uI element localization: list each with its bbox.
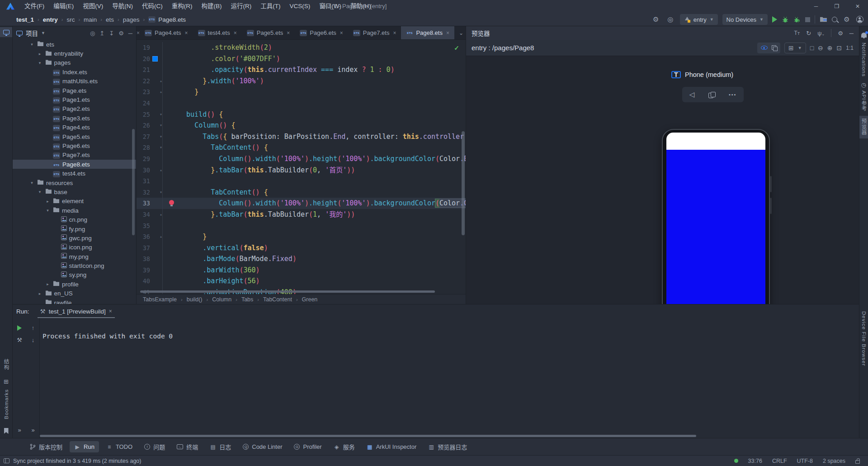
- code-line[interactable]: 38 .barMode(BarMode.Fixed): [137, 253, 466, 265]
- previewer-toolwindow-button[interactable]: 预览器: [859, 116, 868, 138]
- fold-marker-icon[interactable]: ▴: [160, 231, 162, 243]
- tree-item[interactable]: my.png: [13, 252, 136, 261]
- device-file-browser-toolwindow-button[interactable]: Device File Browser: [859, 311, 868, 366]
- breadcrumb-item[interactable]: test_1: [16, 16, 34, 23]
- menu-item[interactable]: VCS(S): [285, 3, 315, 10]
- chevron-collapsed-icon[interactable]: ▸: [45, 199, 51, 204]
- chevron-expanded-icon[interactable]: ▾: [37, 61, 43, 65]
- stop-button[interactable]: [805, 17, 810, 22]
- scroll-up-icon[interactable]: ↑: [32, 324, 35, 331]
- breadcrumb-item[interactable]: main: [84, 16, 97, 23]
- grid-icon[interactable]: ⊞: [0, 378, 12, 385]
- tree-item[interactable]: ETSPage4.ets: [13, 123, 136, 132]
- toolwindow-toggle-icon[interactable]: [4, 458, 9, 463]
- editor-horizontal-scrollbar[interactable]: [140, 290, 435, 293]
- code-line[interactable]: 28▾ TabContent() {: [137, 142, 466, 153]
- chevron-expanded-icon[interactable]: ▾: [37, 190, 43, 194]
- code-line[interactable]: 30▴ }.tabBar(this.TabBuilder(0, '首页')): [137, 165, 466, 176]
- toolwindow-button-todo[interactable]: ≡TODO: [102, 441, 137, 452]
- color-preview-chip[interactable]: [152, 56, 158, 62]
- tree-item[interactable]: ▸entryability: [13, 49, 136, 58]
- debug-button[interactable]: [782, 16, 789, 23]
- code-line[interactable]: 26▾ Column() {: [137, 120, 466, 131]
- chevron-down-icon[interactable]: ▼: [798, 46, 802, 50]
- code-line[interactable]: 24: [137, 98, 466, 109]
- notifications-bell-icon[interactable]: [859, 33, 868, 38]
- menu-item[interactable]: 导航(N): [108, 3, 137, 10]
- chevron-down-icon[interactable]: ▼: [41, 31, 45, 35]
- tree-item[interactable]: ▸en_US: [13, 289, 136, 298]
- inspect-eye-icon[interactable]: [761, 46, 768, 50]
- tree-item[interactable]: ETStest4.ets: [13, 169, 136, 178]
- tree-item[interactable]: ETSPage8.ets: [13, 160, 136, 169]
- menu-item[interactable]: 视图(V): [78, 3, 108, 10]
- breadcrumb-item[interactable]: pages: [123, 16, 140, 23]
- tree-item[interactable]: icon.png: [13, 243, 136, 252]
- tree-item[interactable]: ▸profile: [13, 280, 136, 289]
- code-line[interactable]: 35: [137, 220, 466, 232]
- close-button[interactable]: ✕: [847, 0, 868, 13]
- frame-select-icon[interactable]: □: [810, 44, 814, 52]
- locate-file-icon[interactable]: ◎: [90, 30, 95, 37]
- editor-breadcrumb-item[interactable]: TabContent: [263, 296, 292, 303]
- editor-tab[interactable]: ETSPage5.ets×: [242, 26, 295, 39]
- zoom-in-icon[interactable]: ⊕: [827, 44, 833, 52]
- maximize-button[interactable]: ❐: [826, 0, 847, 13]
- caret-position[interactable]: 33:76: [748, 458, 762, 464]
- structure-toolwindow-button[interactable]: 结构: [0, 359, 12, 370]
- search-icon[interactable]: [832, 17, 837, 22]
- fold-marker-icon[interactable]: ▾: [160, 120, 162, 131]
- code-line[interactable]: 25▾ build() {: [137, 109, 466, 120]
- fold-marker-icon[interactable]: ▴: [160, 76, 162, 87]
- editor-breadcrumb-item[interactable]: build(): [187, 296, 203, 303]
- close-icon[interactable]: ×: [137, 26, 140, 39]
- code-line[interactable]: 34▴ }.tabBar(this.TabBuilder(1, '我的')): [137, 209, 466, 220]
- breadcrumb-item[interactable]: ets: [106, 16, 114, 23]
- code-line[interactable]: 21 .opacity(this.currentIndex === index …: [137, 64, 466, 76]
- tree-item[interactable]: fy.png: [13, 224, 136, 233]
- chevron-collapsed-icon[interactable]: ▸: [37, 291, 43, 296]
- rotate-left-icon[interactable]: ◁: [689, 90, 694, 99]
- close-icon[interactable]: ×: [234, 30, 237, 36]
- tree-item[interactable]: ▾media: [13, 206, 136, 215]
- editor-vertical-scrollbar[interactable]: [462, 131, 465, 235]
- tree-item[interactable]: ETSmathUtils.ets: [13, 77, 136, 86]
- toolwindow-button-branch[interactable]: 版本控制: [25, 440, 67, 453]
- editor-tab[interactable]: ETSPage4.ets×: [140, 26, 193, 39]
- menu-item[interactable]: 代码(C): [137, 3, 167, 10]
- tree-item[interactable]: sy.png: [13, 271, 136, 280]
- code-line[interactable]: 33 Column().width('100%').height('100%')…: [137, 198, 466, 209]
- editor-breadcrumb-item[interactable]: Tabs: [241, 296, 253, 303]
- toolwindow-button-linter[interactable]: QCode Linter: [238, 441, 287, 452]
- console-overflow-icons[interactable]: »»: [13, 427, 40, 433]
- console-horizontal-scrollbar[interactable]: [40, 435, 696, 437]
- toolwindow-button-previewlog[interactable]: ▥预览器日志: [424, 440, 472, 453]
- grid-view-icon[interactable]: ⊞: [788, 44, 794, 52]
- tree-item[interactable]: ▸element: [13, 197, 136, 206]
- locate-icon[interactable]: ◎: [665, 15, 675, 24]
- indent-size[interactable]: 2 spaces: [823, 458, 845, 464]
- zoom-ratio-label[interactable]: 1:1: [846, 45, 854, 51]
- layers-icon[interactable]: [772, 45, 777, 50]
- code-line[interactable]: 29 Column().width('100%').height('100%')…: [137, 153, 466, 165]
- hide-panel-icon[interactable]: ─: [128, 30, 132, 37]
- bookmark-icon[interactable]: [0, 428, 12, 434]
- run-config-tab[interactable]: ⚒ test_1 [PreviewBuild] ×: [36, 304, 117, 318]
- breadcrumb-file[interactable]: ETSPage8.ets: [148, 16, 186, 23]
- fit-screen-icon[interactable]: ⊡: [837, 44, 842, 52]
- close-icon[interactable]: ×: [393, 30, 396, 36]
- tabs-chevron-down-icon[interactable]: ⌄: [459, 30, 463, 36]
- tree-item[interactable]: startIcon.png: [13, 261, 136, 270]
- menu-item[interactable]: 运行(R): [226, 3, 256, 10]
- editor-tab[interactable]: ETSPage7.ets×: [348, 26, 401, 39]
- more-icon[interactable]: •••: [729, 92, 737, 97]
- toolwindow-button-problem[interactable]: !问题: [140, 440, 170, 453]
- code-line[interactable]: 37 .vertical(false): [137, 243, 466, 254]
- tree-item[interactable]: rawfile: [13, 298, 136, 304]
- chevron-collapsed-icon[interactable]: ▸: [45, 282, 51, 286]
- code-line[interactable]: 32▾ TabContent() {: [137, 187, 466, 198]
- gear-icon[interactable]: ⚙: [842, 15, 852, 24]
- tree-item[interactable]: ▾pages: [13, 58, 136, 67]
- menu-item[interactable]: 工具(T): [256, 3, 285, 10]
- minimize-button[interactable]: ─: [806, 0, 826, 13]
